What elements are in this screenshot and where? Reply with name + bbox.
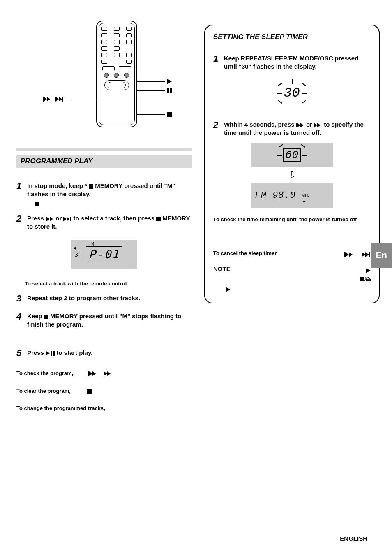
svg-rect-43 xyxy=(360,277,364,281)
step-1: 1 In stop mode, keep * MEMORY pressed un… xyxy=(16,180,192,207)
next-icon xyxy=(362,252,371,257)
svg-marker-33 xyxy=(314,123,317,127)
stop-icon xyxy=(44,315,48,319)
svg-marker-14 xyxy=(50,217,53,221)
svg-marker-39 xyxy=(362,252,365,257)
svg-marker-13 xyxy=(46,217,50,221)
svg-marker-15 xyxy=(63,217,67,221)
text-fragment: Within 4 seconds, press xyxy=(224,121,296,128)
svg-rect-28 xyxy=(111,371,111,376)
text-fragment: Press xyxy=(27,215,46,222)
svg-marker-45 xyxy=(366,277,371,280)
stop-icon-small xyxy=(35,202,39,206)
step-text: Press or to select a track, then press M… xyxy=(27,213,192,231)
prev-icon xyxy=(46,217,54,221)
step-text: Keep REPEAT/SLEEP/FM MODE/OSC pressed un… xyxy=(224,53,371,71)
next-icon xyxy=(104,371,112,376)
svg-marker-16 xyxy=(67,217,70,221)
step-text: Keep MEMORY pressed until "M" stops flas… xyxy=(27,310,192,329)
step-number: 1 xyxy=(213,53,224,71)
svg-marker-25 xyxy=(92,371,96,376)
lcd-display-combo: 60 ⇩ FM 98.0 MHz ✦ xyxy=(245,143,339,208)
svg-rect-23 xyxy=(88,371,89,376)
stop-icon xyxy=(156,217,161,221)
svg-marker-34 xyxy=(317,123,321,127)
sleep-timer-panel: SETTING THE SLEEP TIMER 1 Keep REPEAT/SL… xyxy=(204,25,380,303)
step-number: 2 xyxy=(16,213,27,231)
step-text: Repeat step 2 to program other tracks. xyxy=(27,292,140,305)
svg-marker-5 xyxy=(47,97,50,102)
cancel-timer-row: To cancel the sleep timer xyxy=(213,250,371,257)
stop-eject-icon: / xyxy=(360,276,371,281)
check-remaining-text: To check the time remaining until the po… xyxy=(213,216,371,223)
next-icon xyxy=(314,123,322,127)
step-text: Press to start play. xyxy=(27,347,92,359)
sub-text-remote: To select a track with the remote contro… xyxy=(25,280,192,287)
svg-rect-10 xyxy=(89,184,93,189)
step-number: 3 xyxy=(16,292,27,305)
text-fragment: To clear the program, xyxy=(16,388,71,394)
svg-marker-47 xyxy=(226,287,231,292)
svg-rect-30 xyxy=(296,123,297,127)
lcd-display-p01: ✦ 3 M P-01 xyxy=(71,240,137,269)
note-icons-row-2: / xyxy=(213,276,371,281)
step-4: 4 Keep MEMORY pressed until "M" stops fl… xyxy=(16,310,192,329)
play-icon xyxy=(226,287,231,292)
stop-icon xyxy=(89,184,93,189)
svg-rect-46 xyxy=(366,280,371,281)
lcd-fm: FM xyxy=(255,190,267,201)
text-fragment: Press xyxy=(27,349,46,356)
lcd-60: 60 xyxy=(283,148,301,162)
sleep-step-2: 2 Within 4 seconds, press or to specify … xyxy=(213,119,371,137)
svg-rect-11 xyxy=(35,202,39,206)
svg-rect-41 xyxy=(369,252,370,257)
svg-marker-37 xyxy=(345,252,349,257)
svg-rect-18 xyxy=(156,217,161,221)
svg-rect-22 xyxy=(53,351,55,356)
next-icon xyxy=(63,217,71,221)
svg-rect-3 xyxy=(43,97,44,102)
step-3: 3 Repeat step 2 to program other tracks. xyxy=(16,292,192,305)
text-fragment: To check the program, xyxy=(16,370,73,376)
svg-marker-32 xyxy=(300,123,304,127)
prev-icon xyxy=(88,371,97,376)
svg-marker-38 xyxy=(349,252,353,257)
svg-marker-4 xyxy=(44,97,47,102)
note-icons-row-1 xyxy=(213,268,371,273)
callout-pause-icon xyxy=(167,87,173,94)
text-fragment: to start play. xyxy=(56,349,92,356)
step-text: In stop mode, keep * MEMORY pressed unti… xyxy=(27,180,192,207)
down-arrow-icon: ⇩ xyxy=(245,170,339,181)
text-fragment: MEMORY pressed until "M" stops flashing … xyxy=(27,313,181,328)
note-play-icon xyxy=(226,285,371,293)
svg-marker-20 xyxy=(46,351,50,356)
svg-rect-9 xyxy=(167,112,172,117)
text-fragment: Keep xyxy=(27,313,44,320)
play-icon xyxy=(366,268,371,273)
svg-marker-6 xyxy=(55,97,59,102)
svg-marker-40 xyxy=(365,252,369,257)
step-2: 2 Press or to select a track, then press… xyxy=(16,213,192,231)
svg-marker-7 xyxy=(59,97,62,102)
step-5: 5 Press to start play. xyxy=(16,347,192,359)
text-fragment: In stop mode, keep * xyxy=(27,182,89,189)
play-pause-icon xyxy=(46,351,55,356)
step-number: 2 xyxy=(213,119,224,137)
svg-marker-26 xyxy=(104,371,107,376)
divider-strip xyxy=(16,148,192,151)
prev-icon xyxy=(344,252,353,257)
text-fragment: To cancel the sleep timer xyxy=(213,250,277,257)
check-program-row: To check the program, xyxy=(16,370,192,377)
step-number: 5 xyxy=(16,347,27,359)
svg-rect-8 xyxy=(62,97,63,102)
footer-language: ENGLISH xyxy=(340,535,367,542)
svg-rect-29 xyxy=(87,389,92,394)
svg-rect-36 xyxy=(344,252,345,257)
prev-icon xyxy=(296,123,304,127)
svg-marker-31 xyxy=(297,123,300,127)
section-title-programmed-play: PROGRAMMED PLAY xyxy=(16,155,192,168)
left-column: PROGRAMMED PLAY 1 In stop mode, keep * M… xyxy=(16,16,200,544)
svg-rect-1 xyxy=(167,88,169,93)
step-number: 4 xyxy=(16,310,27,329)
step-number: 1 xyxy=(16,180,27,207)
